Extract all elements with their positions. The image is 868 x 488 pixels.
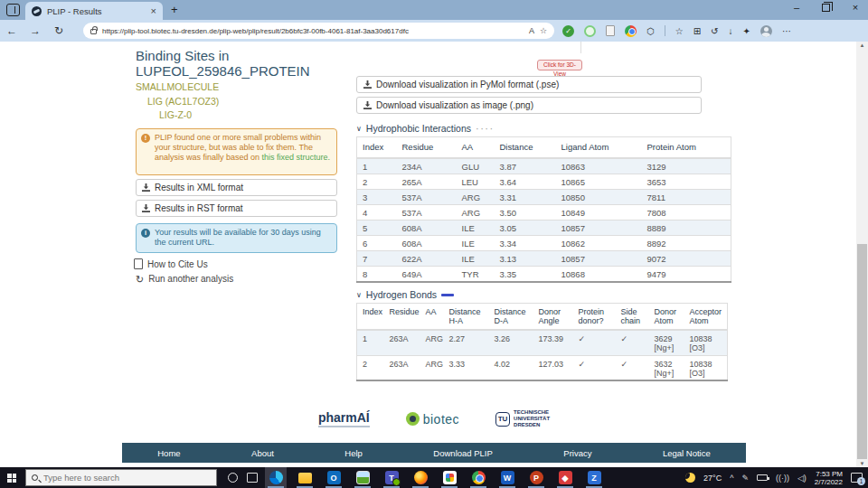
hbond-section-header[interactable]: ∨ Hydrogen Bonds [356,289,454,300]
footer-link-home[interactable]: Home [157,448,180,458]
table-header-cell: Protein donor? [573,304,616,331]
notification-center-icon[interactable]: 1 [851,473,863,483]
page-scrollbar[interactable]: ▲ ▼ [856,42,868,467]
new-tab-button[interactable]: + [171,3,178,16]
how-to-cite-link[interactable]: How to Cite Us [136,259,208,269]
taskbar-chrome-icon[interactable] [467,467,489,488]
results-xml-label: Results in XML format [155,183,243,192]
back-button[interactable]: ← [0,24,24,37]
scroll-up-icon[interactable]: ▲ [856,42,868,48]
url-text[interactable]: https://plip-tool.biotec.tu-dresden.de/p… [102,27,524,35]
taskbar-firefox-icon[interactable] [410,467,431,488]
essentials-icon[interactable]: ✦ [742,26,750,36]
taskbar-clock[interactable]: 7:53 PM 2/7/2022 [815,470,843,486]
table-cell: ILE [457,220,495,235]
close-window-button[interactable]: × [850,2,861,13]
table-row: 6608AILE3.34108628892 [357,235,731,250]
table-row: 3537AARG3.31108507811 [357,189,731,204]
browser-tab-bar: PLIP - Results × + – × [0,0,868,20]
read-aloud-icon[interactable]: A [529,26,534,35]
tree-bindingsite-link[interactable]: LIG-Z-0 [159,109,219,120]
cortana-icon[interactable] [228,473,238,483]
results-xml-button[interactable]: Results in XML format [136,179,337,196]
download-pymol-button[interactable]: Download visualization in PyMol format (… [356,76,702,93]
collections-icon[interactable]: ⊞ [693,26,701,36]
table-cell: 263A [384,355,420,380]
biotec-logo[interactable]: biotec [406,412,459,427]
fixed-structure-link[interactable]: this fixed structure. [262,153,331,162]
profile-avatar[interactable] [760,25,772,37]
footer-link-download[interactable]: Download PLIP [433,448,492,458]
download-icon [363,101,372,109]
extensions-puzzle-icon[interactable]: ⬡ [646,26,655,36]
download-image-button[interactable]: Download visualization as image (.png) [356,97,702,114]
taskbar-word-icon[interactable]: W [496,467,518,488]
pharmai-logo[interactable]: pharmAÍ [318,410,370,427]
extension-page-icon[interactable] [606,25,615,36]
table-cell: ILE [457,235,495,250]
search-icon [32,474,38,481]
tab-close-icon[interactable]: × [151,5,156,16]
taskbar-edge-icon[interactable] [265,467,287,488]
minimize-button[interactable]: – [791,2,802,13]
taskbar-blue-app-icon[interactable]: Z [583,467,605,488]
volume-icon[interactable]: ◁) [797,474,807,483]
scroll-down-icon[interactable]: ▼ [856,461,868,466]
history-icon[interactable]: ↺ [711,26,718,36]
taskbar-photo-file-icon[interactable] [352,467,373,488]
tree-ligand-link[interactable]: LIG (AC1L7OZ3) [147,96,219,107]
scrollbar-thumb[interactable] [857,244,867,459]
night-weather-icon[interactable] [685,473,695,483]
footer-link-help[interactable]: Help [344,448,363,458]
extension-green-icon[interactable] [584,25,596,37]
downloads-icon[interactable]: ↓ [728,26,732,36]
extension-chrome-icon[interactable] [625,25,637,37]
battery-icon[interactable] [757,474,768,481]
run-another-analysis-link[interactable]: ↻ Run another analysis [136,274,233,284]
table-row: 4537AARG3.50108497808 [357,204,731,220]
table-cell: 8889 [642,220,731,235]
table-cell: ARG [420,355,444,380]
browser-tab[interactable]: PLIP - Results × [25,2,163,20]
table-cell: 10863 [556,158,642,174]
click-for-3d-view-button[interactable]: Click for 3D-View [537,60,582,70]
restore-button[interactable] [822,4,830,12]
table-cell: 2 [357,355,384,380]
footer-link-about[interactable]: About [251,448,274,458]
retention-info-alert: iYour results will be available for 30 d… [136,223,337,253]
table-cell: 537A [397,189,457,204]
settings-menu-icon[interactable]: ··· [782,26,791,36]
search-input[interactable] [43,473,197,483]
footer-link-privacy[interactable]: Privacy [563,448,591,458]
plip-favicon [32,6,42,16]
table-cell: 10857 [556,250,642,266]
taskbar-red-app-icon[interactable]: ◆ [554,467,576,488]
task-view-icon[interactable] [247,473,258,483]
extension-check-icon[interactable]: ✓ [562,25,574,37]
taskbar-explorer-icon[interactable] [294,467,316,488]
taskbar-outlook-icon[interactable]: O [323,467,344,488]
tray-expand-icon[interactable]: ^ [730,474,733,483]
network-icon[interactable]: ((·)) [776,474,789,483]
results-rst-button[interactable]: Results in RST format [136,200,337,217]
taskbar-search[interactable] [25,469,217,486]
tab-actions-icon[interactable] [6,4,20,16]
taskbar-powerpoint-icon[interactable]: P [525,467,547,488]
taskbar-photos-icon[interactable] [439,467,460,488]
add-favorite-icon[interactable]: ☆ [540,26,547,35]
refresh-button[interactable]: ↻ [47,24,71,37]
footer-link-legal[interactable]: Legal Notice [663,448,711,458]
table-header-cell: Acceptor Atom [684,304,728,331]
pen-input-icon[interactable]: ✎ [741,474,749,483]
temperature-text[interactable]: 27°C [703,474,722,483]
forward-button[interactable]: → [24,24,47,37]
taskbar-apps: O T W P ◆ Z [265,467,605,488]
tree-smallmolecule-link[interactable]: SMALLMOLECULE [136,81,219,92]
hydrophobic-section-header[interactable]: ∨ Hydrophobic Interactions ···· [356,123,495,134]
taskbar-teams-icon[interactable]: T [381,467,402,488]
address-bar[interactable]: https://plip-tool.biotec.tu-dresden.de/p… [83,23,554,39]
favorites-icon[interactable]: ☆ [675,26,684,36]
start-button[interactable] [0,467,24,488]
rerun-icon: ↻ [136,275,144,284]
tu-dresden-logo[interactable]: TU TECHNISCHE UNIVERSITÄT DRESDEN [495,409,550,428]
